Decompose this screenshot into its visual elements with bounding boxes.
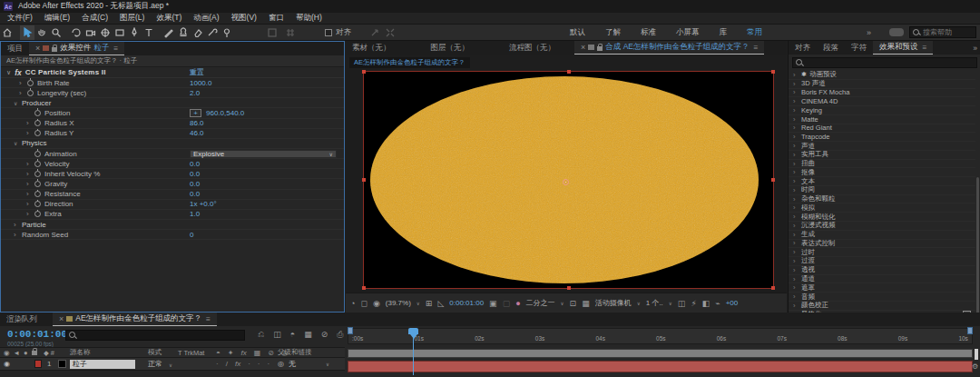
show-snapshot-icon[interactable]: ▢ <box>503 299 511 308</box>
effects-category-row[interactable]: ✱ 通道 <box>789 275 975 284</box>
menu-item[interactable]: 编辑(E) <box>44 13 70 24</box>
effects-category-row[interactable]: ✱ 表达式控制 <box>789 240 975 249</box>
mask-feather-icon[interactable] <box>265 25 279 40</box>
workspace-tab[interactable]: 小屏幕 <box>676 27 700 38</box>
effects-category-row[interactable]: ✱ Keying <box>789 106 975 115</box>
composition-viewport[interactable] <box>346 70 787 293</box>
effects-category-row[interactable]: ✱ Matte <box>789 115 975 124</box>
main-viewer-icon[interactable]: ◻ <box>360 299 367 308</box>
disclosure-icon[interactable] <box>26 160 34 168</box>
work-area-start-handle[interactable] <box>348 327 353 334</box>
stopwatch-icon[interactable] <box>34 110 41 116</box>
channels-icon[interactable]: ● <box>515 299 520 308</box>
effects-category-row[interactable]: ✱ 透视 <box>789 266 975 275</box>
parameter-value[interactable]: 0.0 <box>190 170 200 178</box>
stopwatch-icon[interactable] <box>27 90 34 96</box>
disclosure-icon[interactable] <box>26 190 34 198</box>
eraser-tool-icon[interactable] <box>191 25 205 40</box>
menu-item[interactable]: 合成(C) <box>82 13 108 24</box>
effects-category-row[interactable]: ✱ 过时 <box>789 248 975 257</box>
disclosure-icon[interactable] <box>26 129 34 137</box>
panel-menu-icon[interactable]: ≡ <box>923 43 927 52</box>
composition-frame[interactable] <box>363 71 774 289</box>
scale-icon[interactable] <box>368 25 382 40</box>
effects-category-row[interactable]: ✱ 杂色和颗粒 <box>789 195 975 204</box>
orbit-camera-tool-icon[interactable] <box>69 25 83 40</box>
tab-footage[interactable]: 素材（无） <box>346 41 397 55</box>
camera-select[interactable]: 活动摄像机 <box>595 298 632 308</box>
layer-parent-select[interactable]: ◎ 无 ∨ <box>278 359 329 369</box>
parameter-value[interactable]: 1000.0 <box>190 79 211 87</box>
expand-icon[interactable] <box>383 25 397 40</box>
layer-mode-select[interactable]: 正常 <box>148 359 162 369</box>
stopwatch-icon[interactable] <box>34 201 41 207</box>
zoom-level[interactable]: (39.7%) <box>386 299 411 307</box>
menu-item[interactable]: 帮助(H) <box>296 13 322 24</box>
tab-layer[interactable]: 图层（无） <box>425 41 476 55</box>
parameter-value[interactable]: 0 <box>190 231 193 239</box>
draft3d-icon[interactable]: ◫ <box>273 330 281 340</box>
reset-button[interactable]: 重置 <box>190 67 204 77</box>
effect-parameter-row[interactable]: Producer + ∨ <box>1 98 344 108</box>
effects-category-row[interactable]: ✱ Red Giant <box>789 124 975 134</box>
workspace-tab[interactable]: 标准 <box>641 27 656 38</box>
effects-category-row[interactable]: ✱ CINEMA 4D <box>789 97 975 106</box>
stopwatch-icon[interactable] <box>34 161 41 167</box>
flowchart-button-icon[interactable]: ⌁ <box>715 299 720 308</box>
effects-category-row[interactable]: ✱ 文本 <box>789 177 975 186</box>
menu-item[interactable]: 视图(V) <box>231 13 257 24</box>
effects-category-row[interactable]: ✱ 实用工具 <box>789 151 975 160</box>
resolution-select[interactable]: 二分之一 <box>526 298 555 308</box>
tab-effects-presets[interactable]: 效果和预设 ≡ <box>873 41 933 55</box>
effect-parameter-row[interactable]: Radius X + 86.0 86.0∨ <box>1 119 344 129</box>
pixel-aspect-icon[interactable]: ◫ <box>678 299 686 308</box>
menu-item[interactable]: 动画(A) <box>193 13 219 24</box>
snap-option[interactable]: 对齐 <box>325 27 351 38</box>
layer-switches[interactable]: ·/fx··· <box>216 360 270 368</box>
disclosure-icon[interactable] <box>14 231 22 239</box>
layer-visibility-icon[interactable]: ◉ <box>4 360 10 368</box>
stopwatch-icon[interactable] <box>34 130 41 136</box>
effect-parameter-row[interactable]: Position + 960.0,540.0 960.0,540.0∨ <box>1 108 344 118</box>
menu-item[interactable]: 效果(T) <box>156 13 181 24</box>
puppet-pin-tool-icon[interactable] <box>220 25 234 40</box>
layer-duration-bar[interactable] <box>348 361 973 372</box>
tab-project[interactable]: 项目 <box>1 42 29 55</box>
time-ruler[interactable]: :00s01s02s03s04s05s06s07s08s09s10s <box>348 328 973 344</box>
parameter-value[interactable]: 86.0 <box>190 119 204 127</box>
parent-link-column[interactable]: 父级和链接 <box>278 348 312 357</box>
timeline-search-input[interactable] <box>79 332 242 340</box>
home-icon[interactable] <box>0 25 15 40</box>
timeline-button-icon[interactable]: ◧ <box>702 299 710 308</box>
pen-tool-icon[interactable] <box>127 25 142 40</box>
panel-menu-icon[interactable]: ≡ <box>113 44 118 53</box>
collapse-icon[interactable]: ∨ <box>6 69 11 76</box>
effects-category-row[interactable]: ✱ Trapcode <box>789 133 975 142</box>
tab-character[interactable]: 字符 <box>845 41 873 55</box>
layer-handle[interactable] <box>362 286 366 290</box>
parameter-dropdown[interactable]: Explosive∨ <box>190 150 337 158</box>
composition-breadcrumb[interactable]: AE怎样制作由金色粒子组成的文字？ <box>349 57 470 68</box>
stopwatch-icon[interactable] <box>34 120 41 126</box>
playhead-handle[interactable] <box>408 328 418 334</box>
effects-category-row[interactable]: ✱ 遮罩 <box>789 283 975 293</box>
disclosure-icon[interactable] <box>26 200 34 208</box>
parameter-value[interactable]: 960.0,540.0 <box>206 109 244 117</box>
hand-tool-icon[interactable] <box>34 25 49 40</box>
always-preview-icon[interactable]: ◔ <box>350 299 355 308</box>
graph-editor-icon[interactable]: ⎙ <box>337 330 343 340</box>
stopwatch-icon[interactable] <box>34 171 41 177</box>
workspace-toggle-icon[interactable] <box>889 28 904 36</box>
snap-checkbox[interactable] <box>325 29 332 36</box>
stopwatch-icon[interactable] <box>27 80 34 86</box>
parameter-value[interactable]: 2.0 <box>190 89 200 97</box>
mode-column[interactable]: 模式 <box>148 348 162 357</box>
grid-options-icon[interactable] <box>283 25 298 40</box>
layer-row[interactable]: ◉ 1 粒子 正常 ∨ ·/fx··· ◎ 无 ∨ <box>0 358 345 371</box>
pan-behind-tool-icon[interactable] <box>98 25 113 40</box>
magnification-icon[interactable]: ◉ <box>373 299 380 308</box>
disclosure-icon[interactable] <box>26 170 34 178</box>
lock-icon[interactable] <box>52 47 57 52</box>
menu-item[interactable]: 文件(F) <box>7 13 33 24</box>
layer-handle[interactable] <box>771 178 775 182</box>
